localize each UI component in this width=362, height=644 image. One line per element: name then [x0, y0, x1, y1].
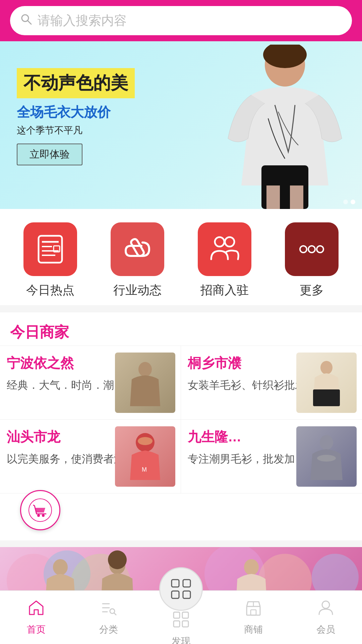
svg-point-24 — [320, 435, 333, 450]
category-label-hot: 今日热点 — [26, 282, 74, 299]
svg-point-35 — [53, 559, 68, 575]
svg-rect-51 — [182, 621, 188, 627]
svg-point-17 — [317, 246, 323, 253]
svg-rect-45 — [183, 580, 190, 587]
merchant-image-3: M — [115, 426, 175, 487]
nav-label-category: 分类 — [99, 623, 118, 636]
discover-icon — [172, 611, 190, 632]
banner-text: 不动声色的美 全场毛衣大放价 这个季节不平凡 立即体验 — [17, 68, 135, 165]
banner-title: 不动声色的美 — [17, 68, 135, 98]
svg-rect-50 — [174, 621, 180, 627]
search-placeholder: 请输入搜索内容 — [38, 12, 127, 29]
nav-label-home: 首页 — [27, 623, 46, 636]
svg-point-19 — [320, 361, 333, 374]
nav-item-home[interactable]: 首页 — [0, 599, 72, 636]
category-label-industry: 行业动态 — [113, 282, 162, 299]
svg-rect-46 — [172, 591, 179, 598]
dot-2 — [351, 200, 355, 204]
svg-rect-53 — [251, 610, 256, 615]
svg-rect-49 — [182, 612, 188, 618]
svg-text:M: M — [142, 466, 147, 473]
svg-rect-7 — [39, 236, 62, 263]
home-icon — [27, 599, 45, 621]
search-bar[interactable]: 请输入搜索内容 — [10, 6, 352, 35]
today-merchants-header: 今日商家 — [0, 312, 362, 345]
merchant-image-1 — [115, 353, 175, 413]
nav-label-shop: 商铺 — [244, 623, 263, 636]
person-icon — [317, 599, 335, 621]
discover-bubble — [159, 567, 203, 611]
nav-label-member: 会员 — [316, 623, 335, 636]
svg-point-37 — [108, 550, 127, 569]
merchant-image-4 — [296, 426, 357, 487]
merchant-grid-inner: 宁波依之然 经典．大气．时尚．潮… 桐乡市濮 女装羊毛衫、针织衫批发 — [0, 345, 362, 493]
category-label-more: 更多 — [300, 282, 324, 299]
svg-point-22 — [138, 437, 153, 445]
svg-rect-6 — [290, 185, 303, 209]
merchant-grid: 宁波依之然 经典．大气．时尚．潮… 桐乡市濮 女装羊毛衫、针织衫批发 — [0, 345, 362, 540]
category-item-merchant[interactable]: 招商入驻 — [191, 222, 258, 299]
banner-model-image — [208, 45, 362, 209]
svg-point-15 — [300, 246, 307, 253]
cart-button[interactable] — [20, 490, 60, 530]
svg-rect-52 — [247, 606, 260, 615]
category-item-more[interactable]: 更多 — [278, 222, 345, 299]
svg-point-25 — [317, 455, 336, 462]
nav-item-shop[interactable]: 商铺 — [217, 599, 290, 636]
merchant-cell-2[interactable]: 桐乡市濮 女装羊毛衫、针织衫批发 — [181, 346, 362, 420]
banner-slogan: 这个季节不平凡 — [17, 124, 135, 137]
category-icon-hot — [23, 222, 77, 276]
svg-rect-5 — [266, 185, 280, 209]
svg-point-16 — [308, 246, 315, 253]
banner-cta-button[interactable]: 立即体验 — [17, 144, 82, 165]
banner-dots — [343, 200, 355, 204]
search-icon — [20, 13, 32, 28]
svg-line-1 — [28, 21, 31, 24]
svg-rect-44 — [172, 580, 179, 587]
list-search-icon — [100, 599, 117, 621]
merchant-image-2 — [296, 353, 357, 413]
hero-banner: 不动声色的美 全场毛衣大放价 这个季节不平凡 立即体验 — [0, 41, 362, 209]
nav-item-discover[interactable]: 发现 — [145, 587, 217, 644]
svg-rect-47 — [183, 591, 190, 598]
svg-point-27 — [37, 514, 40, 517]
bottom-navigation: 首页 分类 — [0, 590, 362, 644]
store-icon — [245, 599, 262, 621]
banner-subtitle: 全场毛衣大放价 — [17, 103, 135, 121]
svg-rect-48 — [174, 612, 180, 618]
today-merchants-title: 今日商家 — [10, 324, 69, 340]
category-item-hot[interactable]: 今日热点 — [17, 222, 84, 299]
svg-line-43 — [114, 613, 116, 615]
category-item-industry[interactable]: 行业动态 — [104, 222, 171, 299]
merchant-cell-1[interactable]: 宁波依之然 经典．大气．时尚．潮… — [0, 346, 181, 420]
svg-point-55 — [322, 601, 329, 608]
category-section: 今日热点 行业动态 招商入驻 — [0, 209, 362, 305]
dot-1 — [343, 200, 348, 204]
svg-point-13 — [215, 237, 224, 247]
category-icon-industry — [111, 222, 164, 276]
nav-label-discover: 发现 — [172, 635, 190, 644]
svg-rect-20 — [313, 389, 340, 406]
svg-point-38 — [244, 559, 259, 575]
category-icon-more — [285, 222, 339, 276]
nav-item-member[interactable]: 会员 — [290, 599, 362, 636]
svg-point-14 — [225, 237, 234, 247]
merchant-cell-4[interactable]: 九生隆… 专注潮男毛衫，批发加 — [181, 420, 362, 493]
category-label-merchant: 招商入驻 — [200, 282, 249, 299]
top-bar: 请输入搜索内容 — [0, 0, 362, 41]
category-icon-merchant — [198, 222, 251, 276]
svg-point-18 — [138, 362, 152, 377]
svg-point-28 — [42, 514, 45, 517]
merchant-cell-3[interactable]: 汕头市龙 以完美服务，使消费者满意 M — [0, 420, 181, 493]
nav-item-category[interactable]: 分类 — [72, 599, 145, 636]
